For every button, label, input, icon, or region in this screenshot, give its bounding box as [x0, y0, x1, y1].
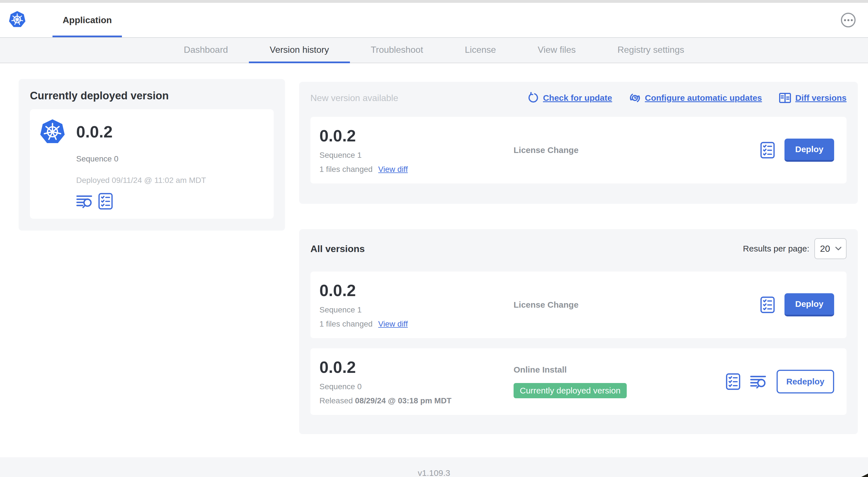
release-notes-icon[interactable] [750, 374, 767, 389]
new-version-title: New version available [310, 93, 398, 103]
app-header: Application [0, 3, 868, 37]
all-versions-title: All versions [310, 243, 365, 254]
files-changed-label: 1 files changed [319, 165, 372, 174]
deployed-version-card: 0.0.2 Sequence 0 Deployed 09/11/24 @ 11:… [30, 109, 274, 219]
app-nav: Dashboard Version history Troubleshoot L… [0, 37, 868, 63]
tab-view-files[interactable]: View files [517, 38, 597, 63]
files-changed-label: 1 files changed [319, 320, 372, 329]
tab-license[interactable]: License [444, 38, 517, 63]
all-versions-panel: All versions Results per page: 20 [299, 229, 858, 434]
install-source-label: Online Install [514, 365, 726, 375]
diff-icon [779, 92, 791, 103]
preflight-checklist-icon[interactable] [726, 373, 740, 390]
sequence-label: Sequence 1 [319, 151, 514, 160]
new-version-panel: New version available Check for update [299, 82, 858, 204]
deploy-button[interactable]: Deploy [784, 139, 834, 162]
tab-troubleshoot[interactable]: Troubleshoot [350, 38, 444, 63]
more-options-button[interactable] [841, 13, 856, 27]
currently-deployed-title: Currently deployed version [30, 90, 274, 102]
release-notes-label: License Change [514, 145, 760, 155]
version-number: 0.0.2 [319, 358, 514, 377]
deployed-timestamp: Deployed 09/11/24 @ 11:02 am MDT [76, 176, 206, 185]
active-tab-underline [53, 35, 122, 37]
version-row: 0.0.2 Sequence 0 Released 08/29/24 @ 03:… [310, 348, 846, 415]
deployed-sequence: Sequence 0 [76, 154, 206, 163]
app-footer: v1.109.3 [0, 457, 868, 477]
console-version-label: v1.109.3 [417, 468, 450, 477]
app-tab-application[interactable]: Application [53, 3, 122, 37]
version-number: 0.0.2 [319, 126, 514, 145]
main-content: Currently deployed version [0, 63, 868, 457]
chevron-down-icon [835, 247, 841, 251]
released-timestamp: Released 08/29/24 @ 03:18 pm MDT [319, 396, 514, 405]
diff-versions-label: Diff versions [795, 93, 846, 103]
view-diff-link[interactable]: View diff [378, 320, 408, 329]
sequence-label: Sequence 1 [319, 305, 514, 315]
currently-deployed-panel: Currently deployed version [19, 79, 285, 231]
deployed-version-number: 0.0.2 [76, 118, 206, 145]
preflight-checklist-icon[interactable] [760, 142, 775, 159]
new-version-card: 0.0.2 Sequence 1 1 files changed View di… [310, 117, 846, 183]
release-notes-label: License Change [514, 300, 760, 309]
preflight-checklist-icon[interactable] [98, 193, 113, 210]
preflight-checklist-icon[interactable] [760, 296, 775, 313]
diff-versions-link[interactable]: Diff versions [779, 92, 846, 103]
configure-automatic-updates-label: Configure automatic updates [645, 93, 762, 103]
results-per-page-select[interactable]: 20 [814, 238, 846, 259]
tab-version-history[interactable]: Version history [249, 38, 350, 63]
schedule-sync-icon [629, 92, 641, 104]
redeploy-button[interactable]: Redeploy [777, 370, 834, 393]
kubernetes-logo-icon [8, 11, 26, 29]
version-number: 0.0.2 [319, 281, 514, 300]
deploy-button[interactable]: Deploy [784, 293, 834, 317]
kubernetes-logo-icon [39, 118, 66, 145]
app-tab-label: Application [63, 15, 112, 25]
view-diff-link[interactable]: View diff [378, 165, 408, 174]
check-for-update-link[interactable]: Check for update [527, 92, 612, 104]
release-notes-icon[interactable] [76, 193, 93, 209]
ellipsis-icon [844, 19, 846, 21]
results-per-page-value: 20 [820, 244, 830, 254]
window-top-edge [0, 0, 868, 3]
ellipsis-icon [847, 19, 849, 21]
configure-automatic-updates-link[interactable]: Configure automatic updates [629, 92, 762, 104]
sequence-label: Sequence 0 [319, 382, 514, 391]
ellipsis-icon [851, 19, 853, 21]
results-per-page-label: Results per page: [743, 244, 809, 254]
currently-deployed-badge: Currently deployed version [514, 383, 627, 398]
version-row: 0.0.2 Sequence 1 1 files changed View di… [310, 271, 846, 338]
tab-dashboard[interactable]: Dashboard [163, 38, 249, 63]
refresh-ccw-icon [527, 92, 539, 104]
tab-registry-settings[interactable]: Registry settings [596, 38, 705, 63]
check-for-update-label: Check for update [543, 93, 612, 103]
